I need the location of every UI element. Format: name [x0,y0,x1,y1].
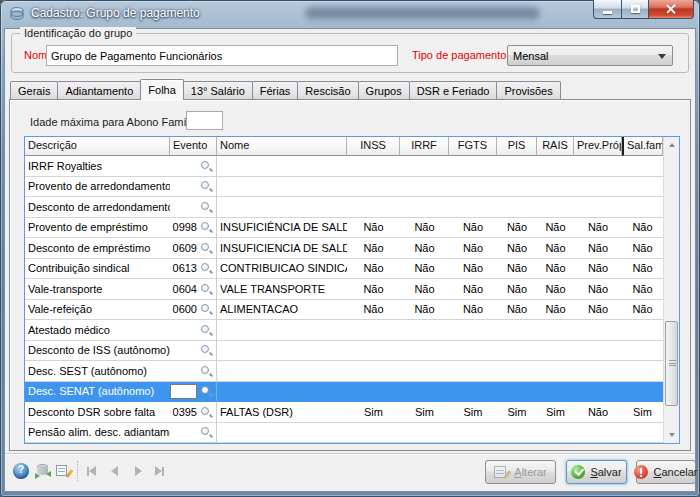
grip-icon [669,360,676,366]
nav-first-button[interactable] [87,466,96,476]
cell-evento: 0998 [170,218,217,238]
info-icon[interactable] [13,463,29,479]
table-row[interactable]: Pensão alim. desc. adiantamento [25,423,663,444]
cell-value [449,341,497,361]
magnifier-icon[interactable] [199,282,214,296]
nav-last-button[interactable] [155,466,164,476]
magnifier-icon[interactable] [199,364,214,378]
tab-dsr-e-feriado[interactable]: DSR e Feriado [409,81,498,100]
table-row[interactable]: Desconto de empréstimo0609INSUFICIENCIA … [25,238,663,259]
nav-next-icon [135,466,142,476]
cell-value: Não [400,238,449,258]
column-header-descri-o[interactable]: Descrição [25,137,170,156]
tab-adiantamento[interactable]: Adiantamento [57,81,141,100]
table-row[interactable]: Desc. SEST (autônomo) [25,361,663,382]
table-row[interactable]: Desconto de ISS (autônomo) [25,341,663,362]
magnifier-icon[interactable] [199,159,214,173]
cell-value [347,156,400,176]
evento-edit-input[interactable] [170,384,197,399]
scroll-down-button[interactable] [664,427,680,443]
magnifier-icon[interactable] [199,425,214,439]
magnifier-icon[interactable] [199,200,214,214]
evento-code: 0600 [173,303,197,315]
table-row[interactable]: Provento de arredondamento [25,177,663,198]
age-limit-input[interactable] [186,111,223,130]
table-row[interactable]: Desconto de arredondamento [25,197,663,218]
titlebar[interactable]: Cadastro: Grupo de pagamento [0,0,700,28]
magnifier-icon[interactable] [199,343,214,357]
table-row[interactable]: Vale-refeição0600ALIMENTACAONãoNãoNãoNão… [25,300,663,321]
tab-gerais[interactable]: Gerais [10,81,58,100]
refresh-database-icon[interactable] [35,463,51,479]
cell-value: Não [574,259,622,279]
magnifier-icon[interactable] [199,302,214,316]
cell-value [537,361,574,381]
cell-value: Não [347,238,400,258]
maximize-button[interactable] [622,0,649,19]
column-header-rais[interactable]: RAIS [537,137,574,156]
tab-rescis-o[interactable]: Rescisão [297,81,358,100]
cell-value: Não [574,238,622,258]
payment-type-select[interactable]: Mensal [507,45,673,66]
column-header-inss[interactable]: INSS [347,137,400,156]
name-input[interactable] [46,45,398,66]
column-header-sal-fam[interactable]: Sal.fam. [622,137,663,156]
close-button[interactable] [649,0,694,19]
column-header-evento[interactable]: Evento [170,137,217,156]
cell-value [622,177,663,197]
salvar-button[interactable]: Salvar [566,460,627,484]
table-row[interactable]: Contribuição sindical0613CONTRIBUICAO SI… [25,259,663,280]
magnifier-icon[interactable] [199,179,214,193]
cell-value [574,341,622,361]
cell-value: Não [347,259,400,279]
tab-f-rias[interactable]: Férias [252,81,299,100]
vertical-scrollbar[interactable] [663,137,679,443]
table-row[interactable]: Desc. SENAT (autônomo) [25,382,663,403]
cell-nome [217,177,347,197]
cell-value: Não [537,238,574,258]
cell-value [400,423,449,443]
nav-previous-button[interactable] [111,466,118,476]
minimize-button[interactable] [593,0,622,19]
magnifier-icon[interactable] [199,241,214,255]
table-row[interactable]: Provento de empréstimo0998INSUFICIÊNCIA … [25,218,663,239]
column-header-fgts[interactable]: FGTS [449,137,497,156]
cell-descricao: Provento de empréstimo [25,218,170,238]
scrollbar-thumb[interactable] [665,321,678,407]
tab-provis-es[interactable]: Provisões [496,81,560,100]
alterar-label: lterar [522,466,547,478]
magnifier-icon[interactable] [199,323,214,337]
cell-value [622,156,663,176]
edit-form-icon[interactable] [55,463,71,479]
column-header-nome[interactable]: Nome [217,137,347,156]
chevron-down-icon [658,54,666,59]
column-header-irrf[interactable]: IRRF [400,137,449,156]
cell-value: Não [347,218,400,238]
cell-value [537,423,574,443]
table-row[interactable]: Desconto DSR sobre falta0395FALTAS (DSR)… [25,402,663,423]
tab-folha[interactable]: Folha [140,79,184,100]
cell-value [347,423,400,443]
column-header-prev-pr-p[interactable]: Prev.Próp. [574,137,622,156]
table-row[interactable]: IRRF Royalties [25,156,663,177]
nav-next-button[interactable] [135,466,142,476]
cell-descricao: Pensão alim. desc. adiantamento [25,423,170,443]
table-row[interactable]: Vale-transporte0604VALE TRANSPORTENãoNão… [25,279,663,300]
table-row[interactable]: Atestado médico [25,320,663,341]
magnifier-icon[interactable] [199,384,214,398]
alterar-button[interactable]: Alterar [485,460,556,484]
scroll-up-button[interactable] [664,137,680,153]
cancelar-label: ancelar [661,466,697,478]
cell-descricao: Atestado médico [25,320,170,340]
cancelar-button[interactable]: Cancelar [636,460,696,484]
magnifier-icon[interactable] [199,220,214,234]
cell-value: Não [622,279,663,299]
tab-13-sal-rio[interactable]: 13° Salário [183,81,253,100]
tab-grupos[interactable]: Grupos [358,81,410,100]
magnifier-icon[interactable] [199,405,214,419]
magnifier-icon[interactable] [199,261,214,275]
column-header-pis[interactable]: PIS [497,137,537,156]
cell-value [347,341,400,361]
cell-value [574,320,622,340]
cell-evento [170,197,217,217]
